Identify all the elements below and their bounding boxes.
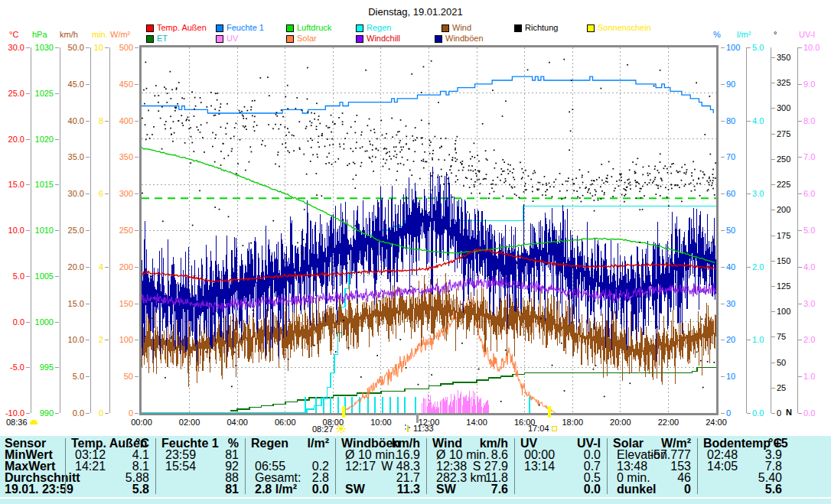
scatter-richtung-dot	[425, 161, 426, 163]
x-axis-label: 22:00	[651, 418, 685, 427]
axis-line	[90, 47, 91, 413]
scatter-richtung-dot	[245, 170, 246, 171]
scatter-richtung-dot	[449, 169, 451, 171]
scatter-richtung-dot	[706, 180, 708, 182]
legend-label: Wind	[452, 24, 471, 32]
scatter-richtung-dot	[571, 80, 572, 81]
scatter-richtung-dot	[559, 173, 561, 174]
scatter-richtung-dot	[614, 190, 615, 192]
scatter-richtung-dot	[299, 121, 301, 122]
table-bottom-divider	[0, 497, 831, 499]
scatter-richtung-dot	[701, 318, 702, 320]
scatter-richtung-dot	[249, 161, 250, 163]
scatter-richtung-dot	[600, 186, 601, 187]
scatter-richtung-dot	[424, 151, 425, 153]
axis-tick	[55, 367, 59, 368]
scatter-richtung-dot	[344, 144, 345, 145]
table-col-unit: °C	[135, 438, 149, 448]
scatter-richtung-dot	[546, 190, 548, 191]
scatter-richtung-dot	[147, 134, 148, 135]
legend-swatch	[587, 24, 595, 32]
scatter-richtung-dot	[455, 140, 457, 141]
axis-tick	[86, 121, 90, 122]
scatter-richtung-dot	[171, 89, 173, 90]
table-row-header: MaxWert	[5, 461, 55, 471]
scatter-richtung-dot	[465, 177, 467, 178]
scatter-richtung-dot	[492, 184, 494, 185]
scatter-richtung-dot	[280, 124, 282, 125]
scatter-richtung-dot	[360, 376, 362, 378]
scatter-richtung-dot	[462, 161, 464, 162]
scatter-richtung-dot	[470, 302, 471, 304]
scatter-richtung-dot	[477, 154, 478, 156]
scatter-richtung-dot	[710, 180, 712, 181]
scatter-richtung-dot	[451, 165, 452, 167]
scatter-richtung-dot	[614, 187, 616, 189]
scatter-richtung-dot	[691, 175, 692, 177]
scatter-richtung-dot	[415, 127, 416, 128]
scatter-richtung-dot	[540, 318, 542, 320]
scatter-richtung-dot	[691, 172, 692, 174]
axis-tick-label: 0	[129, 409, 133, 418]
scatter-richtung-dot	[312, 154, 314, 156]
scatter-richtung-dot	[559, 190, 561, 192]
scatter-richtung-dot	[650, 173, 651, 174]
scatter-richtung-dot	[353, 151, 354, 152]
scatter-richtung-dot	[370, 158, 371, 159]
axis-tick-label: 45.0	[68, 80, 84, 89]
scatter-richtung-dot	[321, 195, 323, 197]
x-axis-label: 12:00	[412, 418, 445, 427]
scatter-richtung-dot	[187, 116, 189, 118]
scatter-richtung-dot	[654, 168, 656, 170]
scatter-richtung-dot	[158, 102, 159, 103]
axis-tick	[26, 139, 30, 140]
scatter-richtung-dot	[242, 115, 243, 116]
scatter-richtung-dot	[462, 170, 464, 171]
scatter-richtung-dot	[423, 67, 425, 68]
table-cell-label: Ø 10 min.	[345, 450, 398, 460]
table-separator	[155, 438, 156, 494]
scatter-richtung-dot	[396, 154, 398, 155]
scatter-richtung-dot	[421, 160, 422, 161]
table-col-unit: km/h	[392, 438, 420, 448]
scatter-richtung-dot	[570, 130, 572, 132]
scatter-richtung-dot	[293, 135, 295, 137]
scatter-richtung-dot	[360, 166, 362, 167]
scatter-richtung-dot	[285, 96, 286, 98]
scatter-richtung-dot	[446, 174, 448, 176]
scatter-richtung-dot	[207, 122, 208, 124]
scatter-richtung-dot	[165, 128, 166, 130]
scatter-richtung-dot	[396, 146, 397, 148]
scatter-richtung-dot	[494, 167, 496, 169]
axis-tick	[721, 193, 725, 194]
table-row-header: Sensor	[5, 438, 46, 448]
scatter-richtung-dot	[473, 171, 474, 172]
axis-tick-label: 35.0	[68, 153, 84, 161]
scatter-richtung-dot	[269, 95, 270, 96]
axis-unit-label: %	[713, 31, 721, 39]
scatter-richtung-dot	[287, 108, 288, 109]
scatter-richtung-dot	[170, 71, 171, 73]
axis-tick-label: 0	[777, 409, 781, 418]
axis-tick	[55, 413, 59, 414]
legend-item: Richtung	[514, 24, 558, 32]
axis-tick-label: 1000	[35, 318, 54, 327]
scatter-richtung-dot	[220, 126, 222, 128]
scatter-richtung-dot	[432, 150, 434, 151]
scatter-richtung-dot	[711, 185, 712, 187]
scatter-richtung-dot	[513, 168, 514, 170]
x-axis-label: 08:00	[316, 418, 350, 427]
table-cell-label: dunkel	[617, 484, 657, 494]
scatter-richtung-dot	[268, 124, 269, 125]
plot-svg	[142, 47, 716, 413]
scatter-richtung-dot	[231, 386, 233, 388]
scatter-richtung-dot	[579, 197, 581, 199]
scatter-richtung-dot	[318, 141, 319, 143]
axis-tick-label: 450	[119, 80, 133, 89]
scatter-richtung-dot	[409, 290, 410, 291]
scatter-richtung-dot	[530, 179, 532, 180]
scatter-richtung-dot	[670, 173, 672, 174]
scatter-richtung-dot	[638, 183, 640, 184]
scatter-richtung-dot	[335, 351, 337, 353]
scatter-richtung-dot	[412, 140, 414, 141]
